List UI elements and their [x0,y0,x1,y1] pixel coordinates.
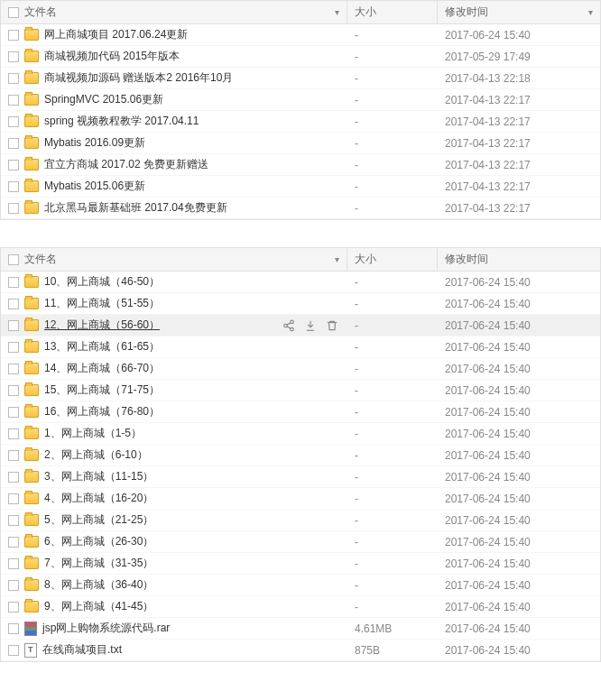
file-name-label[interactable]: 4、网上商城（16-20） [44,491,153,506]
header-time-column[interactable]: 修改时间 [438,248,600,271]
file-name-label[interactable]: Mybatis 2015.06更新 [44,179,145,194]
table-row[interactable]: 商城视频加代码 2015年版本-2017-05-29 17:49 [1,46,600,68]
table-row[interactable]: SpringMVC 2015.06更新-2017-04-13 22:17 [1,89,600,111]
file-name-label[interactable]: Mybatis 2016.09更新 [44,135,145,151]
row-checkbox[interactable] [8,450,19,461]
table-row[interactable]: jsp网上购物系统源代码.rar4.61MB2017-06-24 15:40 [1,618,600,640]
table-row[interactable]: 15、网上商城（71-75）-2017-06-24 15:40 [1,380,600,401]
table-row[interactable]: 8、网上商城（36-40）-2017-06-24 15:40 [1,575,600,596]
header-time-label: 修改时间 [445,5,488,20]
row-checkbox[interactable] [8,515,19,526]
table-row[interactable]: spring 视频教程教学 2017.04.11-2017-04-13 22:1… [1,111,600,133]
file-name-label[interactable]: 网上商城项目 2017.06.24更新 [44,27,188,42]
file-name-label[interactable]: spring 视频教程教学 2017.04.11 [44,114,199,129]
file-name-label[interactable]: 2、网上商城（6-10） [44,447,148,463]
file-size: - [347,29,438,41]
header-size-column[interactable]: 大小 [347,248,438,271]
row-checkbox[interactable] [8,203,19,214]
file-name-label[interactable]: 商城视频加源码 赠送版本2 2016年10月 [44,70,233,86]
table-row[interactable]: 4、网上商城（16-20）-2017-06-24 15:40 [1,488,600,510]
select-all-checkbox[interactable] [8,254,19,265]
table-row[interactable]: 2、网上商城（6-10）-2017-06-24 15:40 [1,445,600,466]
file-name-label[interactable]: 在线商城项目.txt [42,642,122,658]
select-all-checkbox[interactable] [8,7,19,18]
table-row[interactable]: 10、网上商城（46-50）-2017-06-24 15:40 [1,272,600,293]
file-name-label[interactable]: 1、网上商城（1-5） [44,426,142,441]
header-name-column[interactable]: 文件名 ▾ [1,1,347,23]
row-checkbox[interactable] [8,73,19,84]
row-checkbox[interactable] [8,181,19,192]
row-checkbox[interactable] [8,472,19,483]
table-row[interactable]: 1、网上商城（1-5）-2017-06-24 15:40 [1,423,600,445]
row-checkbox[interactable] [8,160,19,170]
row-checkbox[interactable] [8,138,19,149]
table-row[interactable]: 13、网上商城（61-65）-2017-06-24 15:40 [1,336,600,358]
row-checkbox[interactable] [8,364,19,374]
row-checkbox[interactable] [8,277,19,288]
file-name-label[interactable]: 13、网上商城（61-65） [44,339,160,355]
table-row[interactable]: 14、网上商城（66-70）-2017-06-24 15:40 [1,358,600,380]
share-icon[interactable] [282,319,295,332]
table-row[interactable]: 3、网上商城（11-15）-2017-06-24 15:40 [1,466,600,488]
file-name-label[interactable]: SpringMVC 2015.06更新 [44,92,163,107]
row-checkbox[interactable] [8,428,19,439]
table-row[interactable]: 商城视频加源码 赠送版本2 2016年10月-2017-04-13 22:18 [1,68,600,89]
table-row[interactable]: 5、网上商城（21-25）-2017-06-24 15:40 [1,510,600,531]
table-row[interactable]: 11、网上商城（51-55）-2017-06-24 15:40 [1,293,600,315]
row-checkbox[interactable] [8,51,19,62]
file-name-label[interactable]: 11、网上商城（51-55） [44,296,160,311]
file-name-label[interactable]: 8、网上商城（36-40） [44,577,153,593]
row-checkbox[interactable] [8,385,19,396]
table-row[interactable]: 16、网上商城（76-80）-2017-06-24 15:40 [1,401,600,423]
delete-icon[interactable] [326,319,338,332]
file-name-label[interactable]: jsp网上购物系统源代码.rar [42,621,170,636]
file-size: - [347,137,438,150]
file-name-label[interactable]: 5、网上商城（21-25） [44,512,153,528]
table-row[interactable]: 宜立方商城 2017.02 免费更新赠送-2017-04-13 22:17 [1,154,600,176]
file-name-label[interactable]: 商城视频加代码 2015年版本 [44,49,180,64]
file-name-label[interactable]: 15、网上商城（71-75） [44,382,160,398]
table-row[interactable]: Mybatis 2015.06更新-2017-04-13 22:17 [1,176,600,198]
row-checkbox[interactable] [8,342,19,353]
file-name-label[interactable]: 14、网上商城（66-70） [44,361,160,376]
file-name-label[interactable]: 北京黑马最新基础班 2017.04免费更新 [44,200,227,216]
table-row[interactable]: 9、网上商城（41-45）-2017-06-24 15:40 [1,596,600,618]
file-time: 2017-06-24 15:40 [438,276,600,289]
header-name-column[interactable]: 文件名 ▾ [1,248,347,271]
table-row[interactable]: 北京黑马最新基础班 2017.04免费更新-2017-04-13 22:17 [1,198,600,219]
row-checkbox[interactable] [8,320,19,331]
table-row[interactable]: 7、网上商城（31-35）-2017-06-24 15:40 [1,553,600,575]
row-checkbox[interactable] [8,116,19,127]
file-name-label[interactable]: 9、网上商城（41-45） [44,599,153,614]
file-name-label[interactable]: 10、网上商城（46-50） [44,274,160,290]
header-time-column[interactable]: 修改时间 ▾ [438,1,600,23]
row-checkbox[interactable] [8,623,19,634]
table-row[interactable]: 6、网上商城（26-30）-2017-06-24 15:40 [1,531,600,553]
row-checkbox[interactable] [8,299,19,309]
file-name-label[interactable]: 16、网上商城（76-80） [44,404,160,419]
row-checkbox[interactable] [8,645,19,656]
row-checkbox[interactable] [8,602,19,612]
table-row[interactable]: 网上商城项目 2017.06.24更新-2017-06-24 15:40 [1,24,600,46]
file-name-label[interactable]: 6、网上商城（26-30） [44,534,153,549]
file-time: 2017-04-13 22:17 [438,180,600,193]
row-checkbox[interactable] [8,558,19,569]
download-icon[interactable] [304,319,317,332]
table-row[interactable]: 12、网上商城（56-60）-2017-06-24 15:40 [1,315,600,336]
file-list: 10、网上商城（46-50）-2017-06-24 15:4011、网上商城（5… [1,272,600,661]
row-checkbox[interactable] [8,30,19,41]
row-checkbox[interactable] [8,95,19,106]
file-name-label[interactable]: 3、网上商城（11-15） [44,469,153,484]
file-name-label[interactable]: 7、网上商城（31-35） [44,556,153,571]
file-name-label[interactable]: 12、网上商城（56-60） [44,318,160,333]
table-row[interactable]: Mybatis 2016.09更新-2017-04-13 22:17 [1,133,600,154]
table-row[interactable]: 在线商城项目.txt875B2017-06-24 15:40 [1,640,600,661]
row-checkbox[interactable] [8,493,19,504]
file-time: 2017-06-24 15:40 [438,514,600,527]
row-checkbox[interactable] [8,537,19,548]
header-size-column[interactable]: 大小 [347,1,438,23]
svg-point-2 [291,327,294,331]
row-checkbox[interactable] [8,580,19,591]
row-checkbox[interactable] [8,407,19,418]
file-name-label[interactable]: 宜立方商城 2017.02 免费更新赠送 [44,157,208,172]
